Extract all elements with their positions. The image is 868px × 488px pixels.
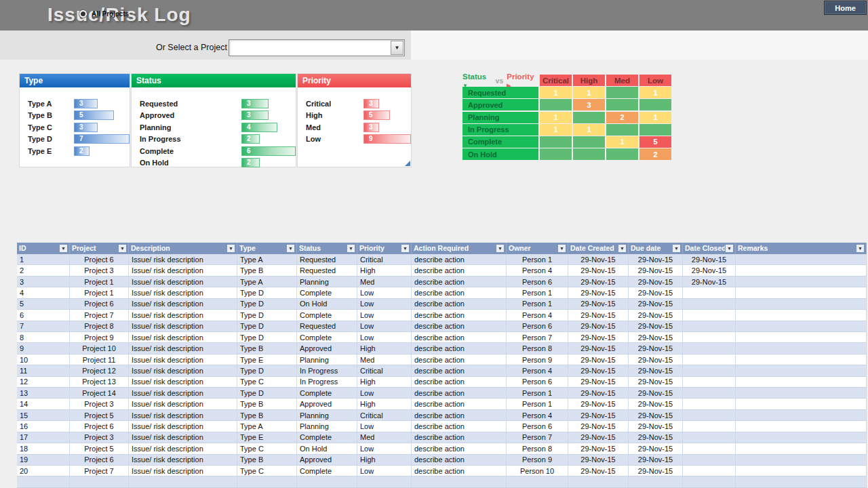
table-cell[interactable]	[736, 476, 867, 487]
table-cell[interactable]: describe action	[412, 310, 507, 321]
filter-dropdown-button[interactable]: ▼	[557, 244, 566, 253]
table-cell[interactable]: 29-Nov-15	[629, 410, 683, 421]
filter-dropdown-button[interactable]: ▼	[725, 244, 734, 253]
table-cell[interactable]	[507, 476, 568, 487]
table-cell[interactable]: 4	[17, 287, 70, 298]
table-cell[interactable]: 29-Nov-15	[683, 265, 736, 276]
table-cell[interactable]: 29-Nov-15	[568, 410, 629, 421]
table-cell[interactable]: Project 5	[70, 443, 129, 454]
table-cell[interactable]: Med	[357, 354, 412, 365]
table-cell[interactable]: Approved	[297, 455, 357, 466]
table-cell[interactable]	[736, 410, 867, 421]
table-cell[interactable]: 29-Nov-15	[629, 287, 683, 298]
table-cell[interactable]: Issue/ risk description	[129, 310, 237, 321]
table-cell[interactable]: Issue/ risk description	[129, 388, 237, 399]
table-cell[interactable]: describe action	[412, 354, 507, 365]
table-cell[interactable]: 11	[17, 365, 70, 376]
table-cell[interactable]: 29-Nov-15	[629, 310, 683, 321]
table-cell[interactable]: Planning	[297, 421, 357, 432]
table-cell[interactable]: 20	[17, 466, 70, 476]
table-cell[interactable]: Person 4	[507, 265, 568, 276]
table-cell[interactable]: Person 8	[507, 343, 568, 354]
table-cell[interactable]: Person 4	[507, 310, 568, 321]
table-cell[interactable]	[129, 476, 237, 487]
radio-selected-icon[interactable]	[79, 9, 87, 18]
table-cell[interactable]: 29-Nov-15	[629, 365, 683, 376]
table-cell[interactable]: 29-Nov-15	[568, 432, 629, 443]
table-cell[interactable]: 29-Nov-15	[683, 254, 736, 265]
table-cell[interactable]: Low	[357, 299, 412, 310]
table-cell[interactable]: Planning	[297, 354, 357, 365]
table-cell[interactable]: 29-Nov-15	[568, 299, 629, 310]
table-cell[interactable]: Approved	[297, 399, 357, 409]
table-cell[interactable]: 29-Nov-15	[629, 254, 683, 265]
table-cell[interactable]	[683, 466, 736, 476]
table-cell[interactable]: Low	[357, 466, 412, 476]
table-cell[interactable]: describe action	[412, 254, 507, 265]
table-cell[interactable]	[683, 421, 736, 432]
filter-dropdown-button[interactable]: ▼	[401, 244, 410, 253]
table-cell[interactable]: Type D	[237, 287, 297, 298]
table-cell[interactable]	[683, 455, 736, 466]
table-cell[interactable]: 29-Nov-15	[629, 399, 683, 409]
table-cell[interactable]: Approved	[297, 343, 357, 354]
table-cell[interactable]: 29-Nov-15	[568, 455, 629, 466]
table-cell[interactable]: Issue/ risk description	[129, 299, 237, 310]
filter-dropdown-button[interactable]: ▼	[856, 244, 865, 253]
table-cell[interactable]	[736, 310, 867, 321]
table-cell[interactable]	[736, 388, 867, 399]
home-button[interactable]: Home	[824, 1, 867, 15]
table-cell[interactable]: 29-Nov-15	[629, 343, 683, 354]
table-cell[interactable]: 29-Nov-15	[568, 421, 629, 432]
table-cell[interactable]: Issue/ risk description	[129, 365, 237, 376]
matrix-col-axis-label[interactable]: Priority ▶	[507, 73, 538, 89]
table-cell[interactable]	[683, 476, 736, 487]
chevron-down-icon[interactable]: ▼	[391, 41, 403, 55]
table-cell[interactable]: Project 9	[70, 332, 129, 343]
table-cell[interactable]	[683, 299, 736, 310]
table-cell[interactable]: Person 8	[507, 443, 568, 454]
table-cell[interactable]: Person 1	[507, 299, 568, 310]
table-cell[interactable]: Person 7	[507, 332, 568, 343]
table-cell[interactable]: Person 7	[507, 432, 568, 443]
table-cell[interactable]: Person 6	[507, 421, 568, 432]
table-cell[interactable]	[736, 254, 867, 265]
table-cell[interactable]	[568, 476, 629, 487]
table-cell[interactable]: High	[357, 455, 412, 466]
filter-dropdown-button[interactable]: ▼	[618, 244, 627, 253]
table-cell[interactable]: 3	[17, 277, 70, 287]
table-cell[interactable]: 29-Nov-15	[568, 287, 629, 298]
table-cell[interactable]: Type E	[237, 432, 297, 443]
table-cell[interactable]: 29-Nov-15	[629, 277, 683, 287]
table-cell[interactable]: describe action	[412, 410, 507, 421]
table-cell[interactable]	[683, 365, 736, 376]
table-cell[interactable]	[237, 476, 297, 487]
table-cell[interactable]: Issue/ risk description	[129, 432, 237, 443]
table-cell[interactable]: Person 10	[507, 466, 568, 476]
table-cell[interactable]	[683, 443, 736, 454]
table-cell[interactable]	[357, 476, 412, 487]
table-cell[interactable]: Project 6	[70, 421, 129, 432]
table-cell[interactable]: Project 6	[70, 299, 129, 310]
table-cell[interactable]: describe action	[412, 332, 507, 343]
table-cell[interactable]: describe action	[412, 399, 507, 409]
table-cell[interactable]: Planning	[297, 277, 357, 287]
table-cell[interactable]	[736, 455, 867, 466]
table-cell[interactable]: Issue/ risk description	[129, 399, 237, 409]
table-cell[interactable]: 29-Nov-15	[683, 277, 736, 287]
table-cell[interactable]: Person 1	[507, 399, 568, 409]
table-cell[interactable]: Complete	[297, 388, 357, 399]
table-cell[interactable]	[683, 377, 736, 388]
table-cell[interactable]: 29-Nov-15	[568, 377, 629, 388]
table-cell[interactable]: Issue/ risk description	[129, 277, 237, 287]
table-cell[interactable]	[683, 354, 736, 365]
table-cell[interactable]: Issue/ risk description	[129, 332, 237, 343]
table-cell[interactable]: Person 1	[507, 388, 568, 399]
table-cell[interactable]: Complete	[297, 287, 357, 298]
table-cell[interactable]: 15	[17, 410, 70, 421]
table-cell[interactable]: describe action	[412, 365, 507, 376]
table-cell[interactable]: 29-Nov-15	[629, 265, 683, 276]
table-cell[interactable]	[683, 410, 736, 421]
table-cell[interactable]: Issue/ risk description	[129, 466, 237, 476]
table-cell[interactable]: 29-Nov-15	[568, 354, 629, 365]
